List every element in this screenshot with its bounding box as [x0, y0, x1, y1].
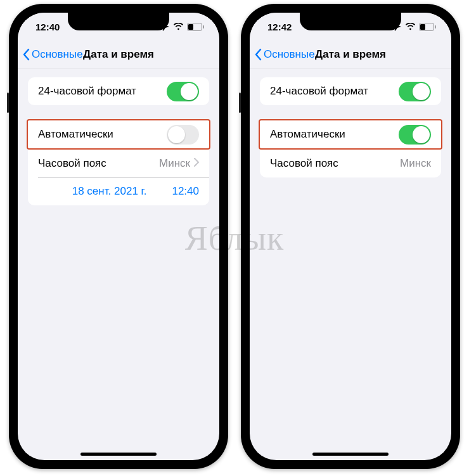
svg-rect-4: [420, 24, 425, 30]
time-value[interactable]: 12:40: [172, 185, 199, 198]
phone-screen: 12:42ОсновныеДата и время24-часовой форм…: [250, 13, 451, 460]
auto-row: Автоматически: [28, 120, 209, 148]
nav-title: Дата и время: [83, 48, 154, 61]
timezone-label: Часовой пояс: [38, 157, 159, 170]
format24-toggle[interactable]: [399, 82, 431, 101]
nav-back-label: Основные: [32, 48, 83, 61]
format24-row: 24-часовой формат: [28, 77, 209, 105]
chevron-left-icon: [255, 48, 262, 61]
format-group: 24-часовой формат: [260, 77, 441, 105]
battery-icon: [187, 23, 204, 31]
auto-label: Автоматически: [270, 128, 399, 141]
format24-row: 24-часовой формат: [260, 77, 441, 105]
timezone-row: Часовой поясМинск: [260, 150, 441, 177]
nav-back-label: Основные: [264, 48, 315, 61]
wifi-icon: [405, 23, 416, 30]
phone-screen: 12:40ОсновныеДата и время24-часовой форм…: [18, 13, 219, 460]
timezone-value: Минск: [159, 157, 190, 170]
auto-toggle[interactable]: [167, 125, 199, 145]
timezone-row[interactable]: Часовой поясМинск: [28, 150, 209, 177]
auto-toggle[interactable]: [399, 125, 431, 145]
svg-rect-2: [203, 25, 204, 29]
format24-toggle[interactable]: [167, 82, 199, 101]
nav-bar: ОсновныеДата и время: [250, 41, 451, 68]
format24-label: 24-часовой формат: [38, 85, 167, 98]
wifi-icon: [173, 23, 184, 30]
timezone-group: Часовой поясМинск18 сент. 2021 г.12:40: [28, 150, 209, 205]
auto-group-highlighted: Автоматически: [259, 119, 442, 150]
home-indicator: [312, 453, 389, 456]
format24-label: 24-часовой формат: [270, 85, 399, 98]
auto-group-highlighted: Автоматически: [27, 119, 210, 150]
status-time: 12:42: [267, 22, 292, 32]
chevron-left-icon: [23, 48, 30, 61]
datetime-row[interactable]: 18 сент. 2021 г.12:40: [28, 177, 209, 205]
notch: [300, 13, 401, 30]
svg-rect-1: [188, 24, 193, 30]
nav-back-button[interactable]: Основные: [250, 48, 315, 61]
battery-icon: [419, 23, 436, 31]
date-value[interactable]: 18 сент. 2021 г.: [72, 185, 147, 198]
chevron-right-icon: [194, 158, 199, 167]
home-indicator: [80, 453, 157, 456]
format-group: 24-часовой формат: [28, 77, 209, 105]
phone-frame: 12:42ОсновныеДата и время24-часовой форм…: [241, 4, 460, 469]
svg-rect-5: [435, 25, 436, 29]
nav-bar: ОсновныеДата и время: [18, 41, 219, 68]
nav-title: Дата и время: [315, 48, 386, 61]
phone-frame: 12:40ОсновныеДата и время24-часовой форм…: [9, 4, 228, 469]
auto-row: Автоматически: [260, 120, 441, 148]
auto-label: Автоматически: [38, 128, 167, 141]
timezone-label: Часовой пояс: [270, 157, 400, 170]
nav-back-button[interactable]: Основные: [18, 48, 83, 61]
status-time: 12:40: [35, 22, 60, 32]
timezone-value: Минск: [400, 157, 431, 170]
timezone-group: Часовой поясМинск: [260, 150, 441, 177]
notch: [68, 13, 169, 30]
